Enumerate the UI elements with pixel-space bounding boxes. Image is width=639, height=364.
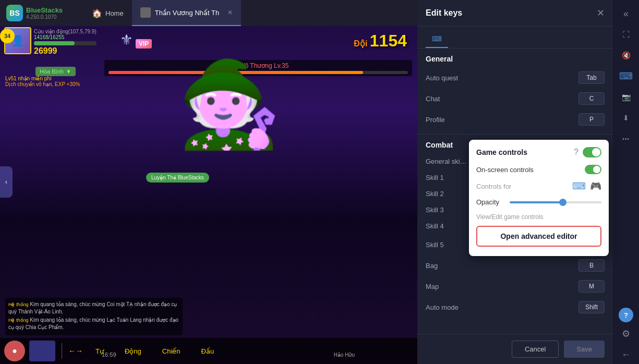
auto-quest-label: Auto quest <box>426 74 458 82</box>
hp-bar-container <box>34 41 97 45</box>
keyboard-device-icon[interactable]: ⌨ <box>572 180 586 192</box>
bag-label: Bag <box>426 262 438 270</box>
map-row: Map M <box>417 276 613 297</box>
general-section-header: General <box>417 48 613 67</box>
chat-row: Chat C <box>417 88 613 109</box>
controls-for-label: Controls for <box>476 183 511 190</box>
opacity-slider[interactable] <box>510 201 601 203</box>
hud-player-info: Cứu viện động(107.5,79.9) 14168/16255 26… <box>34 29 97 56</box>
sidebar-mute-icon[interactable]: 🔇 <box>617 46 635 65</box>
auto-mode-badge[interactable]: Shift <box>578 301 605 313</box>
top-bar: BS BlueStacks 4.250.0.1070 🏠 Home Thần V… <box>0 0 417 26</box>
bluestacks-logo: BS BlueStacks 4.250.0.1070 <box>0 5 83 21</box>
on-screen-controls-row: On-screen controls <box>476 165 601 174</box>
general-skill-label: General ski… <box>426 157 467 165</box>
tab-close-icon[interactable]: ✕ <box>227 9 233 16</box>
device-icons: ⌨ 🎮 <box>572 180 601 192</box>
chat-badge[interactable]: C <box>578 92 605 105</box>
player-location: Cứu viện động(107.5,79.9) <box>34 29 97 34</box>
controls-for-row: Controls for ⌨ 🎮 <box>476 180 601 192</box>
game-area: BS BlueStacks 4.250.0.1070 🏠 Home Thần V… <box>0 0 417 364</box>
save-button[interactable]: Save <box>564 341 605 358</box>
player-hp: 14168/16255 <box>34 34 97 40</box>
map-label: Map <box>426 283 439 290</box>
damage-number: Đội 1154 <box>354 31 407 51</box>
auto-mode-label: Auto mode <box>426 304 459 311</box>
gc-controls: ? <box>574 147 601 157</box>
gc-help-icon[interactable]: ? <box>574 148 578 157</box>
left-side-button[interactable]: ‹ <box>0 166 13 198</box>
home-label: Home <box>105 9 124 17</box>
skill1-label: Skill 1 <box>426 174 444 181</box>
skill2-label: Skill 2 <box>426 190 444 198</box>
game-tab-icon <box>140 7 151 18</box>
right-sidebar: « ⛶ 🔇 ⌨ 📷 ⬇ ••• ? ⚙ ← <box>613 0 639 364</box>
app-version: 4.250.0.1070 <box>26 14 63 20</box>
gc-title: Game controls <box>476 148 527 156</box>
chat-tag-1: Hệ thống <box>8 302 29 307</box>
home-icon: 🏠 <box>92 8 102 18</box>
logo-text: BlueStacks 4.250.0.1070 <box>26 6 63 20</box>
skill-bubble: Luyện Thế BlueStacks <box>146 172 209 183</box>
open-advanced-editor-button[interactable]: Open advanced editor <box>476 226 601 247</box>
chat-text-2: Kim quang tỏa sáng, chúc mừng Lạc Tuấn L… <box>8 317 178 330</box>
nav-duel[interactable]: Đấu <box>195 344 221 358</box>
panel-tabs: ⌨ <box>417 27 613 48</box>
game-controls-popup: Game controls ? On-screen controls Contr… <box>469 140 609 256</box>
on-screen-toggle[interactable] <box>585 165 601 174</box>
app-name: BlueStacks <box>26 6 63 14</box>
player-name-bottom: Hảo Hữu <box>334 352 355 358</box>
peace-button[interactable]: Hòa Bình ▼ <box>35 67 76 76</box>
sidebar-install-icon[interactable]: ⬇ <box>617 108 635 127</box>
chat-text-1: Kim quang tỏa sáng, chúc mừng Coi một TẠ… <box>8 301 177 314</box>
panel-header: Edit keys ✕ <box>417 0 613 27</box>
game-tab[interactable]: Thần Vương Nhất Th ✕ <box>132 0 242 26</box>
auto-mode-row: Auto mode Shift <box>417 297 613 318</box>
gc-toggle[interactable] <box>583 147 601 157</box>
opacity-slider-container <box>510 201 601 203</box>
auto-quest-row: Auto quest Tab <box>417 67 613 88</box>
gc-header: Game controls ? <box>476 147 601 157</box>
bottom-navigation: ● ←→ Tự Động Chiến Đấu Hảo Hữu 16:59 <box>0 338 417 364</box>
panel-title: Edit keys <box>426 8 462 18</box>
attack-stat: 26999 <box>34 46 97 56</box>
sidebar-help-icon[interactable]: ? <box>619 308 633 322</box>
time-display: 16:59 <box>102 351 116 358</box>
home-tab[interactable]: 🏠 Home <box>83 0 132 26</box>
nav-arrow-left: ←→ <box>68 347 83 355</box>
panel-close-button[interactable]: ✕ <box>597 7 605 19</box>
peace-label: Hòa Bình <box>40 68 64 75</box>
sidebar-fullscreen-icon[interactable]: ⛶ <box>617 25 635 44</box>
bag-row: Bag B <box>417 255 613 276</box>
nav-fight[interactable]: Chiến <box>156 344 187 358</box>
chat-message-2: Hệ thống Kim quang tỏa sáng, chúc mừng L… <box>8 317 179 331</box>
auto-quest-badge[interactable]: Tab <box>578 71 605 84</box>
sidebar-more-icon[interactable]: ••• <box>617 129 635 148</box>
sidebar-expand-icon[interactable]: « <box>617 4 635 23</box>
skill5-label: Skill 5 <box>426 241 444 249</box>
view-edit-label: View/Edit game controls <box>476 213 601 221</box>
cancel-button[interactable]: Cancel <box>512 341 559 358</box>
chat-message-1: Hệ thống Kim quang tỏa sáng, chúc mừng C… <box>8 301 179 316</box>
record-button[interactable]: ● <box>4 341 25 361</box>
profile-row: Profile P <box>417 109 613 130</box>
keyboard-tab[interactable]: ⌨ <box>426 31 448 48</box>
gamepad-device-icon[interactable]: 🎮 <box>590 180 601 192</box>
skill4-label: Skill 4 <box>426 222 444 230</box>
sidebar-back-icon[interactable]: ← <box>617 345 635 364</box>
avatar-small <box>29 341 55 361</box>
dropdown-icon: ▼ <box>66 68 71 75</box>
chat-tag-2: Hệ thống <box>8 318 29 323</box>
chat-box: Hệ thống Kim quang tỏa sáng, chúc mừng C… <box>5 298 183 335</box>
map-badge[interactable]: M <box>578 280 605 293</box>
sidebar-keyboard-icon[interactable]: ⌨ <box>617 67 635 86</box>
game-tab-label: Thần Vương Nhất Th <box>155 9 220 17</box>
opacity-label: Opacity <box>476 198 499 206</box>
nav-move[interactable]: Động <box>118 344 148 358</box>
wings-decoration: ⚜ <box>120 31 133 48</box>
profile-badge[interactable]: P <box>578 113 605 126</box>
chat-label: Chat <box>426 95 440 103</box>
bag-badge[interactable]: B <box>578 259 605 272</box>
sidebar-camera-icon[interactable]: 📷 <box>617 88 635 106</box>
sidebar-settings-icon[interactable]: ⚙ <box>617 324 635 343</box>
